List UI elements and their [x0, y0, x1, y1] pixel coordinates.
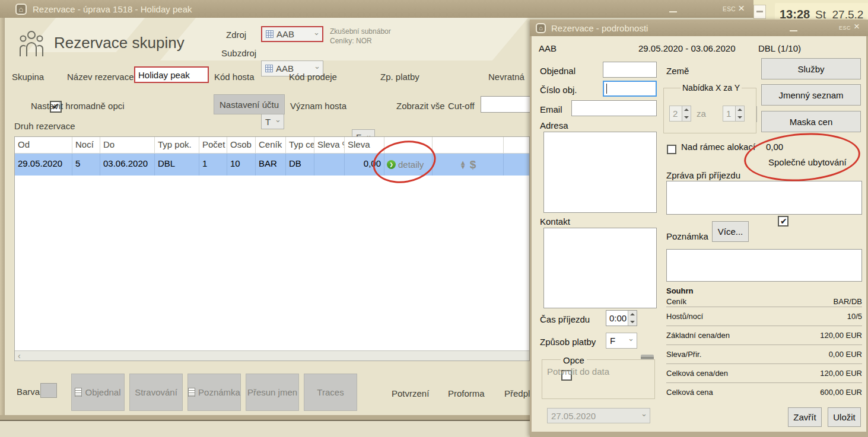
nabidka-checkbox[interactable]: [667, 145, 676, 154]
spolecne-ubytovani-checkbox[interactable]: [778, 216, 788, 227]
poznamka-textarea[interactable]: [666, 249, 862, 282]
zpusob-platby-value: F: [610, 336, 615, 346]
adresa-textarea[interactable]: [543, 132, 657, 213]
vice-button[interactable]: Více...: [712, 221, 749, 242]
scroll-left-icon[interactable]: ‹: [15, 351, 21, 361]
zpusob-platby-select[interactable]: F: [606, 333, 637, 349]
col-sleva[interactable]: Sleva: [345, 137, 384, 153]
presun-jmen-button[interactable]: Přesun jmen: [246, 374, 299, 411]
dialog-titlebar[interactable]: ⌂ Rezervace - podrobnosti ESC ×: [530, 20, 868, 36]
dialog-close-icon[interactable]: ×: [854, 21, 860, 31]
dialog-minimize-icon[interactable]: [790, 30, 797, 31]
summary-row: Celková cena 600,00 EUR: [666, 382, 862, 401]
barva-swatch[interactable]: [40, 383, 57, 398]
summary-label: Celková cena/den: [666, 369, 728, 378]
col-cenik[interactable]: Ceník: [256, 137, 286, 153]
table-hscrollbar[interactable]: ‹: [15, 350, 529, 361]
col-typ-ce[interactable]: Typ ce: [286, 137, 314, 153]
summary-row: Ceník BAR/DB: [666, 296, 862, 307]
sort-rows-icon[interactable]: ▲▼: [460, 161, 466, 169]
zavrit-button[interactable]: Zavřít: [788, 407, 822, 427]
traces-button[interactable]: Traces: [304, 374, 357, 411]
druh-rezervace-label: Druh rezervace: [14, 121, 75, 131]
cell-od: 29.05.2020: [15, 154, 72, 176]
col-do[interactable]: Do: [100, 137, 155, 153]
summary-value: 0,00 EUR: [829, 350, 862, 359]
nabidka-y-stepper[interactable]: 1: [723, 106, 745, 122]
summary-panel: Souhrn Ceník BAR/DB Hostů/nocí 10/5 Zákl…: [666, 286, 862, 401]
stravovani-button-label: Stravování: [135, 387, 177, 397]
objednal-label: Objednal: [540, 66, 576, 76]
kod-hosta-select[interactable]: T: [261, 114, 284, 129]
zdroj-select[interactable]: AAB: [261, 26, 323, 42]
close-icon[interactable]: ×: [738, 2, 745, 14]
zpusob-platby-label: Způsob platby: [540, 337, 596, 347]
reservations-table: Od Nocí Do Typ pok. Počet Osob Ceník Typ…: [14, 136, 530, 361]
stepper-up-icon[interactable]: [628, 311, 637, 318]
email-input[interactable]: [571, 100, 657, 116]
main-window-left-border: [0, 18, 5, 420]
vyznam-hosta-label: Význam hosta: [290, 101, 346, 111]
desktop-clock-area: 13:28 St 27.5.2: [753, 0, 868, 20]
maska-cen-button[interactable]: Maska cen: [761, 111, 861, 132]
dialog-bottom-border: [530, 432, 868, 437]
stepper-down-icon[interactable]: [628, 318, 637, 326]
cislo-obj-label: Číslo obj.: [540, 85, 577, 95]
summary-value: 120,00 EUR: [820, 369, 862, 378]
hromadne-label: Nastavit hromadně opci: [31, 101, 125, 111]
sluzby-button[interactable]: Služby: [761, 58, 861, 79]
potvrdit-date-select[interactable]: 27.05.2020: [547, 408, 650, 423]
cutoff-label: Cut-off: [448, 101, 475, 111]
col-osob[interactable]: Osob: [227, 137, 256, 153]
summary-label: Sleva/Přir.: [666, 350, 701, 359]
opce-groupbox: [542, 359, 655, 399]
annotation-ellipse-spolecne: [742, 129, 861, 184]
stepper-down-icon[interactable]: [682, 114, 691, 122]
cislo-obj-input[interactable]: [603, 81, 657, 97]
cell-sleva-pct: [314, 154, 345, 176]
col-noci[interactable]: Nocí: [72, 137, 100, 153]
nastaveni-uctu-button[interactable]: Nastavení účtu: [214, 94, 285, 114]
zp-platby-label: Zp. platby: [380, 72, 419, 82]
cas-prijezdu-stepper[interactable]: 0:00: [606, 310, 637, 326]
taskbar-button[interactable]: [753, 5, 766, 19]
stepper-up-icon[interactable]: [682, 106, 691, 114]
objednal-button[interactable]: Objednal: [71, 374, 125, 411]
table-row[interactable]: 29.05.2020 5 03.06.2020 DBL 1 10 BAR DB …: [15, 154, 529, 176]
house-icon: ⌂: [536, 23, 546, 33]
col-pocet[interactable]: Počet: [199, 137, 227, 153]
nabidka-label: Nabídka X za Y: [681, 83, 742, 92]
grid-icon: [266, 30, 274, 38]
col-extra: [504, 137, 529, 153]
zdroj-value: AAB: [276, 29, 294, 39]
summary-value: 120,00 EUR: [820, 331, 862, 340]
poznamka-button[interactable]: Poznámka: [187, 374, 241, 411]
kod-hosta-label: Kód hosta: [214, 72, 255, 82]
objednal-input[interactable]: [603, 62, 657, 78]
nazev-rezervace-input[interactable]: [134, 66, 209, 83]
main-titlebar[interactable]: ⌂ Rezervace - úprava 1518 - Holiday peak…: [0, 0, 753, 18]
dialog-source: AAB: [539, 43, 557, 53]
taskbar-button-glyph: [756, 11, 763, 12]
dialog-date-range: 29.05.2020 - 03.06.2020: [638, 43, 735, 53]
summary-label: Ceník: [666, 297, 686, 306]
nabidka-y-value: 1: [723, 106, 735, 121]
nabidka-x-stepper[interactable]: 2: [669, 106, 691, 122]
col-sleva-pct[interactable]: Sleva %: [314, 137, 345, 153]
ulozit-button[interactable]: Uložit: [828, 407, 861, 427]
kontakt-textarea[interactable]: [543, 228, 657, 308]
col-od[interactable]: Od: [15, 137, 72, 153]
zprava-textarea[interactable]: [666, 181, 862, 215]
predpl-label: Předpl: [504, 388, 530, 398]
cell-noci: 5: [72, 154, 100, 176]
jmenny-seznam-button[interactable]: Jmenný seznam: [761, 84, 861, 106]
skupina-label: Skupina: [12, 72, 44, 82]
price-dollar-icon[interactable]: $: [470, 158, 476, 171]
stepper-up-icon[interactable]: [736, 106, 744, 114]
col-typ-pok[interactable]: Typ pok.: [155, 137, 199, 153]
minimize-icon[interactable]: [669, 11, 677, 12]
poznamka-label: Poznámka: [666, 231, 708, 241]
stravovani-button[interactable]: Stravování: [129, 374, 183, 411]
dialog-esc-label: ESC: [839, 25, 851, 31]
stepper-down-icon[interactable]: [736, 114, 744, 122]
